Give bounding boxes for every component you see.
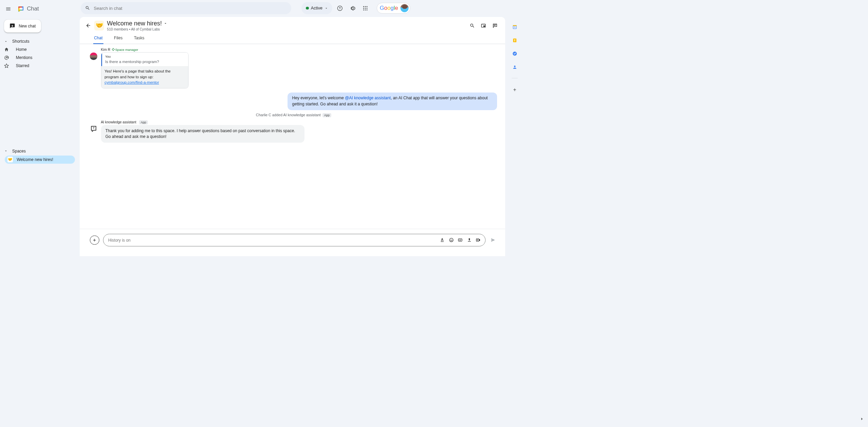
help-icon [337, 5, 343, 11]
space-title-button[interactable]: Welcome new hires! [107, 20, 468, 27]
threads-button[interactable] [490, 21, 500, 30]
chevron-down-icon [163, 21, 167, 25]
quote-author: You [105, 55, 185, 58]
quote-text: Is there a mentorship program? [105, 60, 185, 64]
status-selector[interactable]: Active [301, 2, 332, 14]
chat-lines-icon [492, 23, 498, 28]
author-avatar[interactable]: ? [90, 125, 97, 133]
mention[interactable]: @AI knowledge assistant [345, 96, 391, 100]
svg-point-5 [363, 8, 364, 9]
compose-area: GIF [80, 229, 505, 256]
new-chat-icon [9, 23, 15, 29]
message-item: ? AI knowledge assistant App Thank you f… [90, 120, 497, 143]
svg-point-9 [365, 9, 366, 10]
link[interactable]: cymbalgroup.com/find-a-mentor [104, 80, 159, 84]
shortcuts-section-header[interactable]: Shortcuts [0, 37, 80, 45]
message-text: Yes! Here's a page that talks about the … [101, 66, 188, 88]
sidebar-item-home[interactable]: Home [0, 45, 74, 54]
send-button[interactable] [489, 236, 497, 244]
gif-button[interactable]: GIF [456, 236, 464, 244]
apps-button[interactable] [360, 3, 370, 13]
side-panel: 31 + [509, 0, 521, 256]
message-author: Kim R [101, 48, 111, 52]
search-icon [85, 5, 90, 11]
sidebar-item-label: Home [16, 47, 27, 52]
app-badge: App [139, 120, 148, 124]
format-button[interactable] [438, 236, 447, 244]
space-title: Welcome new hires! [107, 20, 162, 27]
upload-button[interactable] [465, 236, 473, 244]
handshake-icon: 🤝 [7, 157, 13, 162]
tab-chat[interactable]: Chat [93, 34, 103, 44]
svg-point-8 [363, 9, 364, 10]
space-avatar: 🤝 [94, 21, 104, 30]
svg-point-6 [365, 8, 366, 9]
chevron-down-icon [4, 40, 8, 43]
author-avatar[interactable] [90, 53, 97, 60]
add-attachment-button[interactable] [90, 236, 99, 245]
svg-rect-27 [514, 40, 515, 41]
svg-point-3 [365, 6, 366, 7]
chevron-down-icon [4, 149, 8, 153]
chevron-down-icon [324, 6, 328, 10]
picture-in-picture-button[interactable] [479, 21, 488, 30]
add-app-button[interactable]: + [513, 87, 516, 93]
video-button[interactable] [474, 236, 482, 244]
space-tabs: Chat Files Tasks [80, 31, 505, 44]
account-switcher[interactable]: Google [377, 3, 410, 14]
message-author: AI knowledge assistant [101, 120, 136, 124]
apps-grid-icon [362, 5, 368, 11]
sidebar-item-starred[interactable]: Starred [0, 62, 74, 70]
svg-point-16 [450, 240, 451, 240]
arrow-left-icon [85, 23, 91, 28]
system-message: Charlie C added AI knowledge assistant A… [90, 113, 497, 117]
sidebar-item-label: Mentions [16, 55, 33, 60]
svg-point-10 [366, 9, 367, 10]
tab-files[interactable]: Files [113, 34, 123, 44]
main-menu-button[interactable] [3, 4, 13, 14]
svg-text:GIF: GIF [459, 239, 461, 241]
gif-icon: GIF [458, 238, 462, 242]
sidebar-space-welcome[interactable]: 🤝 Welcome new hires! [5, 156, 75, 164]
user-avatar [400, 4, 409, 12]
app-logo[interactable]: Chat [17, 5, 39, 13]
emoji-button[interactable] [447, 236, 455, 244]
message-field[interactable] [108, 238, 438, 243]
text-format-icon [440, 238, 445, 242]
svg-rect-0 [20, 7, 23, 9]
settings-button[interactable] [348, 3, 357, 13]
sidebar-item-mentions[interactable]: Mentions [0, 54, 74, 62]
svg-point-7 [366, 8, 367, 9]
search-icon [470, 23, 475, 28]
back-button[interactable] [84, 21, 93, 30]
app-name: Chat [27, 5, 39, 12]
svg-text:31: 31 [514, 26, 516, 28]
search-input[interactable] [81, 2, 292, 14]
space-panel: 🤝 Welcome new hires! 510 members • All o… [80, 17, 505, 256]
compose-input[interactable]: GIF [103, 234, 486, 246]
chat-icon [17, 5, 25, 13]
spaces-section-header[interactable]: Spaces [0, 147, 80, 155]
help-button[interactable] [335, 3, 345, 13]
reply-card: You Is there a mentorship program? Yes! … [101, 52, 189, 88]
home-icon [4, 47, 9, 52]
svg-rect-12 [484, 25, 485, 27]
contacts-button[interactable] [512, 65, 517, 69]
keep-button[interactable] [512, 38, 517, 43]
space-search-button[interactable] [468, 21, 477, 30]
svg-rect-24 [513, 25, 517, 26]
tasks-button[interactable] [512, 51, 517, 56]
svg-point-29 [514, 65, 516, 67]
space-subtitle: 510 members • All of Cymbal Labs [107, 27, 468, 31]
bot-icon: ? [90, 125, 97, 132]
left-sidebar: Chat New chat Shortcuts Home Mentions St… [0, 0, 80, 256]
star-icon [4, 63, 9, 68]
tab-tasks[interactable]: Tasks [133, 34, 145, 44]
divider [512, 78, 518, 78]
diamond-icon [112, 48, 115, 51]
new-chat-button[interactable]: New chat [4, 20, 41, 33]
search-field[interactable] [94, 6, 287, 11]
calendar-button[interactable]: 31 [512, 24, 517, 29]
gear-icon [350, 5, 355, 11]
google-logo: Google [380, 5, 398, 12]
